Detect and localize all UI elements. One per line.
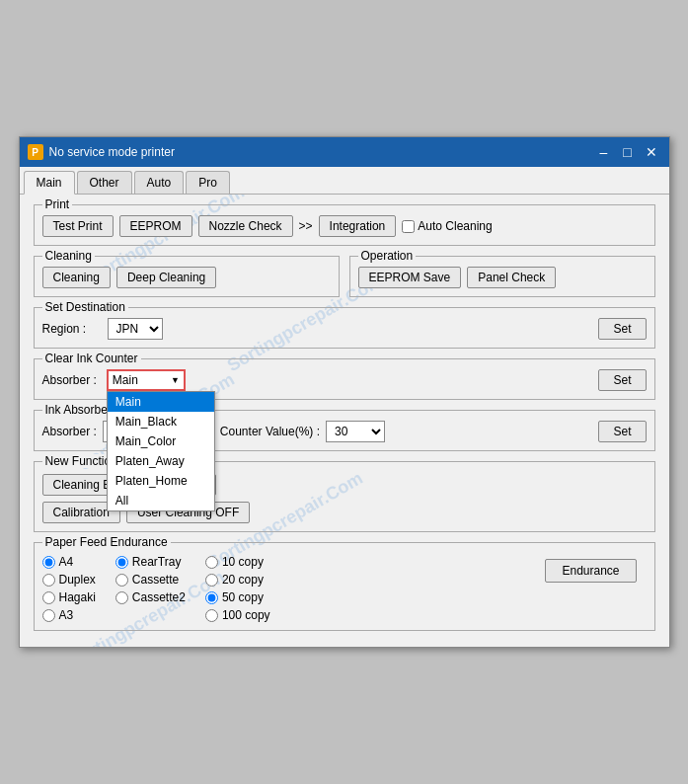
integration-button[interactable]: Integration xyxy=(319,215,397,237)
cleaning-group-label: Cleaning xyxy=(42,249,95,263)
tab-bar: Main Other Auto Pro xyxy=(20,167,669,195)
paper-hagaki-radio[interactable] xyxy=(42,591,55,604)
panel-check-button[interactable]: Panel Check xyxy=(467,267,556,288)
region-set-button[interactable]: Set xyxy=(598,318,646,340)
close-button[interactable]: ✕ xyxy=(642,142,661,162)
paper-hagaki[interactable]: Hagaki xyxy=(42,590,96,604)
absorber-select-display[interactable]: Main ▼ xyxy=(107,369,186,391)
paper-feed-label: Paper Feed Endurance xyxy=(42,535,171,549)
feed-type-col: RearTray Cassette Cassette2 xyxy=(115,555,186,622)
print-group-label: Print xyxy=(42,197,73,211)
counter-value-label: Counter Value(%) : xyxy=(220,425,320,438)
endurance-button[interactable]: Endurance xyxy=(545,559,636,583)
copy-100-radio[interactable] xyxy=(205,609,218,622)
copy-20[interactable]: 20 copy xyxy=(205,573,270,587)
cleaning-operation-row: Cleaning Cleaning Deep Cleaning Operatio… xyxy=(34,256,655,297)
feed-cassette[interactable]: Cassette xyxy=(115,573,186,587)
nozzle-check-button[interactable]: Nozzle Check xyxy=(198,215,293,237)
region-label: Region : xyxy=(42,322,102,336)
feed-reartray-radio[interactable] xyxy=(115,556,128,569)
absorber-option-main-black[interactable]: Main_Black xyxy=(108,412,214,431)
endurance-section: Endurance xyxy=(290,555,647,622)
paper-a4[interactable]: A4 xyxy=(42,555,96,569)
copy-20-radio[interactable] xyxy=(205,574,218,587)
clear-ink-counter-group: Clear Ink Counter Absorber : Main ▼ Main… xyxy=(34,358,655,400)
app-icon: P xyxy=(28,144,43,160)
copy-count-col: 10 copy 20 copy 50 copy 100 copy xyxy=(205,555,270,622)
auto-cleaning-label[interactable]: Auto Cleaning xyxy=(402,219,492,233)
set-destination-label: Set Destination xyxy=(42,300,128,314)
copy-50[interactable]: 50 copy xyxy=(205,590,270,604)
deep-cleaning-button[interactable]: Deep Cleaning xyxy=(116,267,216,288)
auto-cleaning-checkbox[interactable] xyxy=(402,220,415,233)
cleaning-group: Cleaning Cleaning Deep Cleaning xyxy=(34,256,340,297)
absorber-row: Absorber : Main ▼ Main Main_Black Main_C… xyxy=(42,369,647,391)
eeprom-save-button[interactable]: EEPROM Save xyxy=(358,267,462,288)
tab-other[interactable]: Other xyxy=(77,171,132,194)
paper-duplex-radio[interactable] xyxy=(42,574,55,587)
absorber-dropdown[interactable]: Main ▼ Main Main_Black Main_Color Platen… xyxy=(107,369,186,391)
tab-main[interactable]: Main xyxy=(24,171,75,195)
dropdown-arrow-icon: ▼ xyxy=(171,375,180,385)
test-print-button[interactable]: Test Print xyxy=(42,215,114,237)
set-destination-group: Set Destination Region : JPN USA EUR AUS… xyxy=(34,307,655,349)
copy-50-radio[interactable] xyxy=(205,591,218,604)
operation-group-label: Operation xyxy=(358,249,417,263)
absorber-label: Absorber : xyxy=(42,373,97,387)
eeprom-button[interactable]: EEPROM xyxy=(119,215,192,237)
absorber-options-list: Main Main_Black Main_Color Platen_Away P… xyxy=(107,391,215,511)
paper-duplex[interactable]: Duplex xyxy=(42,573,96,587)
feed-cassette-radio[interactable] xyxy=(115,574,128,587)
tab-auto[interactable]: Auto xyxy=(134,171,185,194)
feed-cassette2[interactable]: Cassette2 xyxy=(115,590,186,604)
clear-ink-counter-label: Clear Ink Counter xyxy=(42,352,141,365)
ink-absorber-absorber-label: Absorber : xyxy=(42,425,97,438)
title-bar: P No service mode printer – □ ✕ xyxy=(20,137,669,167)
cleaning-button[interactable]: Cleaning xyxy=(42,267,111,288)
ink-absorber-set-button[interactable]: Set xyxy=(598,421,646,442)
cleaning-buttons-row: Cleaning Deep Cleaning xyxy=(42,267,331,288)
copy-10-radio[interactable] xyxy=(205,556,218,569)
window-controls: – □ ✕ xyxy=(594,142,661,162)
content-inner: Print Test Print EEPROM Nozzle Check >> … xyxy=(34,204,655,631)
operation-group: Operation EEPROM Save Panel Check xyxy=(349,256,655,297)
content-area: Sortingpcrepair.Com Sortingpcrepair.Com … xyxy=(20,195,669,647)
minimize-button[interactable]: – xyxy=(594,142,614,162)
copy-100[interactable]: 100 copy xyxy=(205,608,270,622)
absorber-option-platen-away[interactable]: Platen_Away xyxy=(108,451,214,471)
absorber-option-platen-home[interactable]: Platen_Home xyxy=(108,471,214,491)
feed-cassette2-radio[interactable] xyxy=(115,591,128,604)
arrows-label: >> xyxy=(299,219,313,233)
clear-ink-set-button[interactable]: Set xyxy=(598,369,646,391)
paper-a4-radio[interactable] xyxy=(42,556,55,569)
window-title: No service mode printer xyxy=(49,145,594,159)
absorber-selected-value: Main xyxy=(113,373,138,387)
paper-feed-content: A4 Duplex Hagaki A3 xyxy=(42,555,647,622)
maximize-button[interactable]: □ xyxy=(618,142,638,162)
main-window: P No service mode printer – □ ✕ Main Oth… xyxy=(19,136,670,648)
tab-pro[interactable]: Pro xyxy=(186,171,230,194)
absorber-option-main[interactable]: Main xyxy=(108,392,214,412)
paper-type-col: A4 Duplex Hagaki A3 xyxy=(42,555,96,622)
absorber-option-main-color[interactable]: Main_Color xyxy=(108,431,214,451)
copy-10[interactable]: 10 copy xyxy=(205,555,270,569)
paper-feed-group: Paper Feed Endurance A4 Duplex xyxy=(34,542,655,631)
counter-value-select[interactable]: 30 50 80 100 xyxy=(326,421,385,442)
print-row: Test Print EEPROM Nozzle Check >> Integr… xyxy=(42,215,647,237)
absorber-option-all[interactable]: All xyxy=(108,491,214,510)
region-select[interactable]: JPN USA EUR AUS xyxy=(108,318,163,340)
paper-a3-radio[interactable] xyxy=(42,609,55,622)
region-row: Region : JPN USA EUR AUS Set xyxy=(42,318,647,340)
feed-reartray[interactable]: RearTray xyxy=(115,555,186,569)
paper-a3[interactable]: A3 xyxy=(42,608,96,622)
operation-buttons-row: EEPROM Save Panel Check xyxy=(358,267,647,288)
print-group: Print Test Print EEPROM Nozzle Check >> … xyxy=(34,204,655,246)
